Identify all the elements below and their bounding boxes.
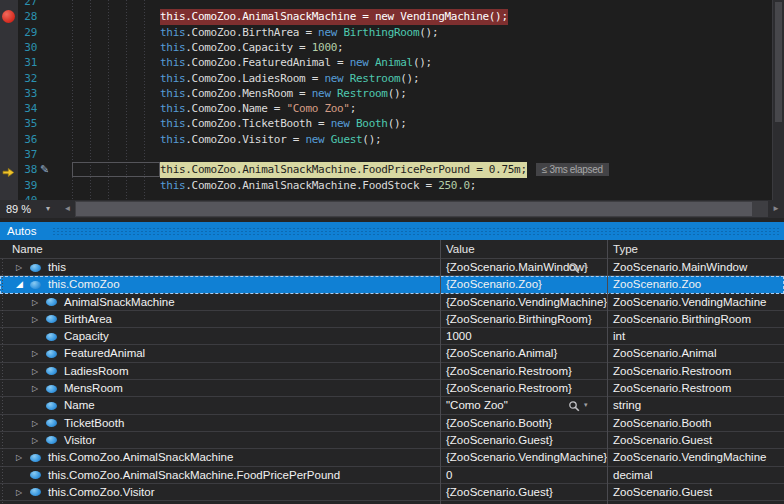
breakpoint-line-highlight: this.ComoZoo.AnimalSnackMachine = new Ve… xyxy=(160,9,508,24)
autos-row[interactable]: ▷AnimalSnackMachine{ZooScenario.VendingM… xyxy=(0,294,784,311)
code-segment: (); xyxy=(419,26,438,39)
row-value[interactable]: {ZooScenario.Restroom} xyxy=(446,380,572,397)
value-dropdown-caret-icon[interactable]: ▾ xyxy=(584,397,588,413)
autos-row[interactable]: ▷Visitor{ZooScenario.Guest}ZooScenario.G… xyxy=(0,432,784,449)
column-header-name[interactable]: Name xyxy=(12,240,43,258)
zoom-level-dropdown[interactable]: 89 % ▾ xyxy=(0,200,58,218)
row-name: TicketBooth xyxy=(64,415,124,432)
column-splitter[interactable] xyxy=(607,240,608,504)
code-line[interactable]: 33this.ComoZoo.MensRoom = new Restroom()… xyxy=(0,86,784,101)
scroll-left-arrow-icon[interactable]: ◄ xyxy=(60,200,75,218)
magnifier-icon[interactable] xyxy=(568,261,581,274)
expand-icon[interactable]: ▷ xyxy=(16,450,22,465)
code-segment: this xyxy=(160,117,185,130)
autos-row[interactable]: ▷this.ComoZoo.Visitor{ZooScenario.Guest}… xyxy=(0,484,784,501)
horizontal-scrollbar[interactable] xyxy=(75,201,768,217)
code-line[interactable]: 36this.ComoZoo.Visitor = new Guest(); xyxy=(0,132,784,147)
column-header-value[interactable]: Value xyxy=(446,240,475,258)
expand-icon[interactable]: ▷ xyxy=(32,381,38,396)
code-line[interactable]: 35this.ComoZoo.TicketBooth = new Booth()… xyxy=(0,116,784,131)
row-type: string xyxy=(613,397,641,414)
magnifier-icon[interactable] xyxy=(568,399,581,412)
autos-row[interactable]: this.ComoZoo.AnimalSnackMachine.FoodPric… xyxy=(0,467,784,484)
expand-icon[interactable]: ▷ xyxy=(16,485,22,500)
row-type: decimal xyxy=(613,467,653,484)
expand-icon[interactable]: ▷ xyxy=(32,416,38,431)
row-value[interactable]: "Como Zoo" xyxy=(446,397,508,414)
row-value[interactable]: {ZooScenario.VendingMachine} xyxy=(446,449,607,466)
code-line[interactable]: 30this.ComoZoo.Capacity = 1000; xyxy=(0,40,784,55)
row-value[interactable]: 1000 xyxy=(446,328,472,345)
expand-icon[interactable]: ▷ xyxy=(32,346,38,361)
pin-icon[interactable]: ✎ xyxy=(40,162,49,177)
zoom-level-value: 89 % xyxy=(6,203,31,215)
row-value[interactable]: 0 xyxy=(446,467,452,484)
code-segment: .ComoZoo.LadiesRoom = xyxy=(185,72,324,85)
row-name: Name xyxy=(64,397,95,414)
code-line[interactable]: 31this.ComoZoo.FeaturedAnimal = new Anim… xyxy=(0,55,784,70)
field-icon xyxy=(46,333,57,341)
line-number: 30 xyxy=(0,40,37,55)
row-type: int xyxy=(613,328,625,345)
code-line[interactable]: 38✎this.ComoZoo.AnimalSnackMachine.FoodP… xyxy=(0,162,784,177)
vertical-scrollbar[interactable] xyxy=(772,0,784,200)
expand-icon[interactable]: ▷ xyxy=(32,364,38,379)
value-dropdown-caret-icon[interactable]: ▾ xyxy=(584,259,588,275)
code-line[interactable]: 32this.ComoZoo.LadiesRoom = new Restroom… xyxy=(0,71,784,86)
row-value[interactable]: {ZooScenario.Restroom} xyxy=(446,363,572,380)
column-splitter[interactable] xyxy=(440,240,441,504)
code-segment: new xyxy=(312,87,337,100)
expand-icon[interactable]: ▷ xyxy=(16,260,22,275)
code-segment: BirthingRoom xyxy=(343,26,419,39)
row-value[interactable]: {ZooScenario.Guest} xyxy=(446,432,553,449)
row-value[interactable]: {ZooScenario.Zoo} xyxy=(446,276,542,293)
autos-row[interactable]: ▷MensRoom{ZooScenario.Restroom}ZooScenar… xyxy=(0,380,784,397)
expand-icon[interactable]: ▷ xyxy=(32,295,38,310)
expand-icon[interactable]: ▷ xyxy=(32,312,38,327)
code-line[interactable]: 40 xyxy=(0,193,784,200)
scrollbar-thumb[interactable] xyxy=(775,2,782,122)
code-content: this.ComoZoo.AnimalSnackMachine.FoodStoc… xyxy=(160,178,476,193)
row-value[interactable]: {ZooScenario.Guest} xyxy=(446,484,553,501)
code-line[interactable]: 37 xyxy=(0,147,784,162)
code-segment: .ComoZoo.FeaturedAnimal = xyxy=(185,56,349,69)
field-icon xyxy=(30,488,41,496)
row-value[interactable]: {ZooScenario.MainWindow} xyxy=(446,259,588,276)
code-line[interactable]: 28this.ComoZoo.AnimalSnackMachine = new … xyxy=(0,9,784,24)
line-number: 40 xyxy=(0,193,37,200)
code-editor[interactable]: 2728this.ComoZoo.AnimalSnackMachine = ne… xyxy=(0,0,784,200)
code-line[interactable]: 27 xyxy=(0,0,784,9)
autos-row[interactable]: ▷TicketBooth{ZooScenario.Booth}ZooScenar… xyxy=(0,415,784,432)
autos-row[interactable]: Capacity1000int xyxy=(0,328,784,345)
perf-tip: ≤ 3ms elapsed xyxy=(536,163,609,176)
code-content: this.ComoZoo.Visitor = new Guest(); xyxy=(160,132,381,147)
autos-row[interactable]: ▷BirthArea{ZooScenario.BirthingRoom}ZooS… xyxy=(0,311,784,328)
line-number: 27 xyxy=(0,0,37,9)
row-value[interactable]: {ZooScenario.Booth} xyxy=(446,415,552,432)
row-value[interactable]: {ZooScenario.Animal} xyxy=(446,345,557,362)
scrollbar-thumb[interactable] xyxy=(76,202,752,216)
autos-row[interactable]: ▷this{ZooScenario.MainWindow}▾ZooScenari… xyxy=(0,259,784,276)
code-line[interactable]: 39this.ComoZoo.AnimalSnackMachine.FoodSt… xyxy=(0,178,784,193)
autos-rows: ▷this{ZooScenario.MainWindow}▾ZooScenari… xyxy=(0,259,784,504)
scroll-right-arrow-icon[interactable]: ► xyxy=(768,200,784,218)
code-line[interactable]: 29this.ComoZoo.BirthArea = new BirthingR… xyxy=(0,25,784,40)
row-value[interactable]: {ZooScenario.BirthingRoom} xyxy=(446,311,592,328)
autos-row[interactable]: ▷this.ComoZoo.AnimalSnackMachine{ZooScen… xyxy=(0,449,784,466)
autos-row[interactable]: Name"Como Zoo"▾string xyxy=(0,397,784,414)
column-header-type[interactable]: Type xyxy=(613,240,638,258)
field-icon xyxy=(46,419,57,427)
autos-row[interactable]: ◢this.ComoZoo{ZooScenario.Zoo}ZooScenari… xyxy=(0,276,784,293)
collapse-icon[interactable]: ◢ xyxy=(16,277,23,292)
field-icon xyxy=(46,315,57,323)
row-name: this.ComoZoo xyxy=(48,276,120,293)
expand-icon[interactable]: ▷ xyxy=(32,433,38,448)
field-icon xyxy=(30,264,41,272)
row-type: ZooScenario.Restroom xyxy=(613,380,731,397)
code-line[interactable]: 34this.ComoZoo.Name = "Como Zoo"; xyxy=(0,101,784,116)
code-segment: new xyxy=(318,26,343,39)
row-value[interactable]: {ZooScenario.VendingMachine} xyxy=(446,294,607,311)
autos-row[interactable]: ▷FeaturedAnimal{ZooScenario.Animal}ZooSc… xyxy=(0,345,784,362)
autos-title-bar[interactable]: Autos xyxy=(0,222,784,240)
autos-row[interactable]: ▷LadiesRoom{ZooScenario.Restroom}ZooScen… xyxy=(0,363,784,380)
